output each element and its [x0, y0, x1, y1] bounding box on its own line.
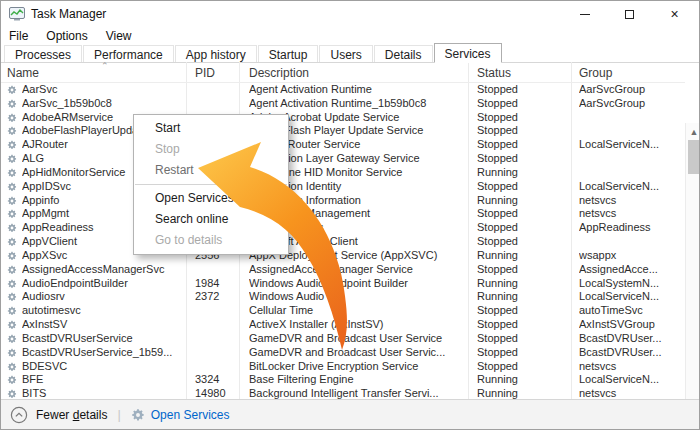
table-row[interactable]: BcastDVRUserServiceGameDVR and Broadcast…	[1, 332, 685, 346]
table-row[interactable]: AppIDSvcApplication IdentityStoppedLocal…	[1, 180, 685, 194]
column-header-description[interactable]: Description	[249, 62, 464, 83]
context-menu-item-restart[interactable]: Restart	[134, 160, 288, 181]
table-row[interactable]: AppReadinessApp ReadinessStoppedAppReadi…	[1, 221, 685, 235]
service-status: Stopped	[477, 97, 571, 111]
service-pid	[195, 83, 237, 97]
service-group: AppReadiness	[579, 221, 683, 235]
service-group: BcastDVRUser...	[579, 346, 683, 360]
table-row[interactable]: ALGApplication Layer Gateway ServiceStop…	[1, 152, 685, 166]
table-row[interactable]: AJRouterAllJoyn Router ServiceStoppedLoc…	[1, 138, 685, 152]
service-group: netsvcs	[579, 360, 683, 374]
table-row[interactable]: Audiosrv2372Windows AudioRunningLocalSer…	[1, 290, 685, 304]
service-status: Stopped	[477, 346, 571, 360]
open-services-link[interactable]: Open Services	[131, 408, 230, 422]
service-pid: 2372	[195, 290, 237, 304]
service-pid	[195, 97, 237, 111]
service-status: Stopped	[477, 332, 571, 346]
table-row[interactable]: AudioEndpointBuilder1984Windows Audio En…	[1, 277, 685, 291]
service-description: Agent Activation Runtime_1b59b0c8	[249, 97, 469, 111]
menu-view[interactable]: View	[97, 29, 141, 43]
close-button[interactable]: ×	[652, 1, 697, 27]
service-group: LocalSystemN...	[579, 277, 683, 291]
service-gear-icon	[7, 237, 17, 247]
table-row[interactable]: AarSvcAgent Activation RuntimeStoppedAar…	[1, 83, 685, 97]
column-header-name[interactable]: Name	[7, 62, 182, 83]
tab-startup[interactable]: Startup	[258, 45, 319, 62]
window-controls: ×	[562, 1, 697, 27]
table-row[interactable]: ApHidMonitorServiceAlpsAlpine HID Monito…	[1, 166, 685, 180]
scroll-up-icon[interactable]: ▲︎	[686, 124, 700, 139]
table-row[interactable]: BcastDVRUserService_1b59...GameDVR and B…	[1, 346, 685, 360]
table-row[interactable]: AdobeFlashPlayerUpdateSvcAdobe Flash Pla…	[1, 124, 685, 138]
column-header-pid[interactable]: PID	[195, 62, 245, 83]
service-description: Cellular Time	[249, 304, 469, 318]
service-pid	[195, 346, 237, 360]
service-group: AarSvcGroup	[579, 97, 683, 111]
service-gear-icon	[7, 362, 17, 372]
service-gear-icon	[7, 154, 17, 164]
service-status: Running	[477, 290, 571, 304]
menu-options[interactable]: Options	[37, 29, 96, 43]
table-row[interactable]: AarSvc_1b59b0c8Agent Activation Runtime_…	[1, 97, 685, 111]
service-name: AarSvc_1b59b0c8	[22, 97, 185, 111]
service-status: Stopped	[477, 111, 571, 125]
table-row[interactable]: BDESVCBitLocker Drive Encryption Service…	[1, 360, 685, 374]
services-gear-icon	[131, 408, 145, 422]
table-row[interactable]: BFE3324Base Filtering EngineRunningLocal…	[1, 373, 685, 387]
service-name: AarSvc	[22, 83, 185, 97]
service-group	[579, 111, 683, 125]
context-menu-item-go-to-details: Go to details	[134, 230, 288, 251]
sort-ascending-icon: ⌃	[101, 61, 109, 71]
service-pid	[195, 263, 237, 277]
minimize-button[interactable]	[562, 1, 607, 27]
table-row[interactable]: AppVClientMicrosoft App-V ClientStopped	[1, 235, 685, 249]
table-row[interactable]: AppXSvc2556AppX Deployment Service (AppX…	[1, 249, 685, 263]
service-group	[579, 235, 683, 249]
service-status: Stopped	[477, 263, 571, 277]
service-status: Stopped	[477, 235, 571, 249]
service-name: autotimesvc	[22, 304, 185, 318]
minimize-icon	[580, 14, 590, 15]
service-pid	[195, 332, 237, 346]
title-bar: Task Manager ×	[1, 1, 699, 27]
table-row[interactable]: AdobeARMserviceAdobe Acrobat Update Serv…	[1, 111, 685, 125]
service-status: Running	[477, 166, 571, 180]
service-gear-icon	[7, 113, 17, 123]
table-body: AarSvcAgent Activation RuntimeStoppedAar…	[1, 83, 685, 401]
table-row[interactable]: AppinfoApplication InformationRunningnet…	[1, 194, 685, 208]
menu-file[interactable]: File	[1, 29, 37, 43]
column-header-group[interactable]: Group	[579, 62, 679, 83]
service-description: Windows Audio Endpoint Builder	[249, 277, 469, 291]
tab-app-history[interactable]: App history	[175, 45, 257, 62]
tab-services[interactable]: Services	[434, 43, 502, 63]
table-row[interactable]: autotimesvcCellular TimeStoppedautoTimeS…	[1, 304, 685, 318]
context-menu-item-search-online[interactable]: Search online	[134, 209, 288, 230]
maximize-button[interactable]	[607, 1, 652, 27]
tab-details[interactable]: Details	[374, 45, 433, 62]
context-menu-item-open-services[interactable]: Open Services	[134, 188, 288, 209]
service-name: BcastDVRUserService_1b59...	[22, 346, 185, 360]
menu-bar: File Options View	[1, 27, 699, 45]
service-group: wsappx	[579, 249, 683, 263]
service-gear-icon	[7, 140, 17, 150]
tab-users[interactable]: Users	[319, 45, 372, 62]
service-gear-icon	[7, 334, 17, 344]
service-gear-icon	[7, 251, 17, 261]
tab-processes[interactable]: Processes	[4, 45, 82, 62]
table-row[interactable]: AssignedAccessManagerSvcAssignedAccessMa…	[1, 263, 685, 277]
tab-performance[interactable]: Performance	[83, 45, 174, 62]
vertical-scrollbar[interactable]: ▲︎ ▼︎	[685, 123, 700, 430]
service-group: LocalServiceN...	[579, 180, 683, 194]
service-group: LocalServiceN...	[579, 373, 683, 387]
table-row[interactable]: AppMgmtApplication ManagementStoppednets…	[1, 207, 685, 221]
fewer-details-button[interactable]: Fewer details	[10, 406, 107, 424]
footer-divider: |	[117, 407, 120, 422]
service-group: LocalServiceN...	[579, 290, 683, 304]
table-row[interactable]: AxInstSVActiveX Installer (AxInstSV)Stop…	[1, 318, 685, 332]
task-manager-window: Task Manager × File Options View Process…	[0, 0, 700, 430]
service-status: Stopped	[477, 152, 571, 166]
context-menu-item-start[interactable]: Start	[134, 118, 288, 139]
scrollbar-thumb[interactable]	[688, 140, 700, 174]
service-status: Stopped	[477, 221, 571, 235]
column-header-status[interactable]: Status	[477, 62, 573, 83]
